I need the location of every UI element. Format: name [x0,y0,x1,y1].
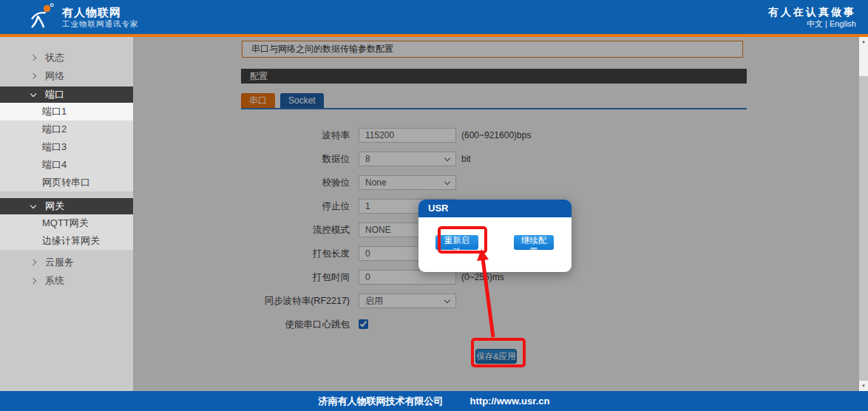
sidebar-item-port3[interactable]: 端口3 [0,138,133,156]
scrollbar-thumb[interactable] [859,76,868,381]
scroll-up-icon[interactable]: ▲ [859,37,868,47]
sidebar-item-status[interactable]: 状态 [0,48,133,67]
sidebar-gateway-submenu: MQTT网关 边缘计算网关 [0,214,133,250]
usr-dialog: USR 重新启动 继续配置 [418,200,572,272]
restart-button[interactable]: 重新启动 [435,235,478,250]
sidebar-group-gateway[interactable]: 网关 [0,198,133,214]
vertical-scrollbar[interactable]: ▲ ▼ [859,37,868,391]
sidebar-item-port1[interactable]: 端口1 [0,103,133,120]
chevron-right-icon [30,259,36,265]
sidebar-item-web-to-serial[interactable]: 网页转串口 [0,174,133,191]
sidebar-port-submenu: 端口1 端口2 端口3 端口4 网页转串口 [0,103,133,191]
sidebar-item-port4[interactable]: 端口4 [0,156,133,174]
chevron-right-icon [30,54,36,60]
dialog-title: USR [418,200,572,217]
sidebar-item-edge-gateway[interactable]: 边缘计算网关 [0,232,133,250]
sidebar-nav: 状态 网络 端口 端口1 端口2 端口3 端口4 网页转串口 网关 MQTT网关… [0,37,133,391]
chevron-down-icon [30,202,36,208]
chevron-right-icon [30,72,36,78]
brand-title: 有人物联网 [62,6,139,19]
sidebar-item-port2[interactable]: 端口2 [0,120,133,138]
sidebar-item-label: 状态 [45,51,64,64]
language-switch[interactable]: 中文 | English [768,18,856,30]
header-slogan: 有人在认真做事 [768,5,856,18]
footer-url[interactable]: http://www.usr.cn [470,395,550,407]
footer-company: 济南有人物联网技术有限公司 [319,395,444,408]
sidebar-item-label: 端口 [45,88,64,101]
app-header: 有人物联网 工业物联网通讯专家 有人在认真做事 中文 | English [0,0,868,34]
sidebar-group-port[interactable]: 端口 [0,86,133,103]
sidebar-item-label: 网关 [45,200,64,213]
sidebar-item-cloud[interactable]: 云服务 [0,253,133,271]
sidebar-item-system[interactable]: 系统 [0,271,133,290]
brand-subtitle: 工业物联网通讯专家 [62,19,139,29]
sidebar-item-mqtt-gateway[interactable]: MQTT网关 [0,214,133,232]
sidebar-item-label: 云服务 [45,256,74,269]
sidebar-item-network[interactable]: 网络 [0,67,133,85]
sidebar-item-label: 系统 [45,274,64,288]
chevron-down-icon [30,90,36,96]
chevron-right-icon [30,277,36,283]
sidebar-item-label: 网络 [45,69,64,83]
usr-logo-icon [27,3,55,31]
page-footer: 济南有人物联网技术有限公司 http://www.usr.cn [0,391,868,411]
continue-config-button[interactable]: 继续配置 [514,235,554,250]
scroll-down-icon[interactable]: ▼ [859,381,868,391]
